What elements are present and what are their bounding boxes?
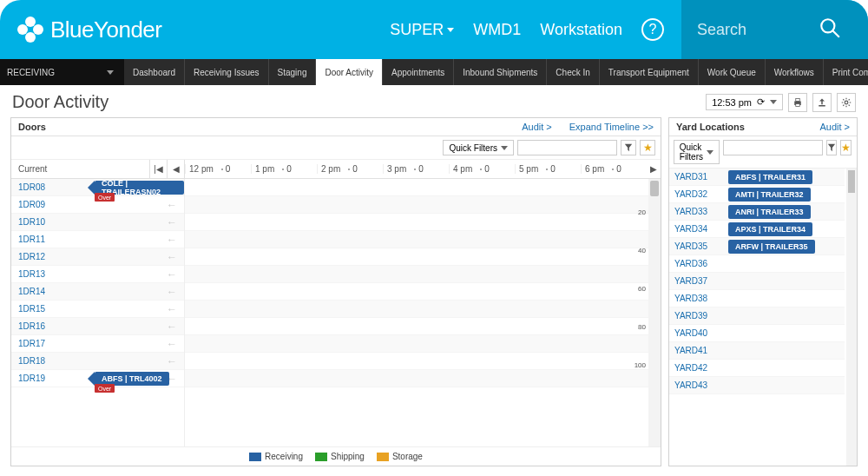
ruler-tick: 40	[638, 247, 646, 255]
tab-appointments[interactable]: Appointments	[383, 59, 454, 85]
door-row[interactable]: 1DR15←	[11, 301, 184, 318]
yard-quick-filters-button[interactable]: Quick Filters	[674, 140, 720, 164]
module-navbar: RECEIVING DashboardReceiving IssuesStagi…	[0, 59, 868, 85]
door-row[interactable]: 1DR16←	[11, 318, 184, 335]
yard-trailer-chip[interactable]: ANRI | TRAILER33	[728, 205, 811, 219]
search-icon[interactable]	[819, 17, 841, 43]
expand-timeline-link[interactable]: Expand Timeline >>	[569, 122, 654, 132]
ruler-tick: 100	[635, 361, 646, 369]
yard-location[interactable]: YARD40	[669, 328, 723, 338]
upload-button[interactable]	[812, 93, 832, 112]
doors-filter-row: Quick Filters ★	[11, 136, 661, 160]
door-row[interactable]: 1DR14←	[11, 283, 184, 301]
svg-point-7	[845, 101, 848, 104]
yard-location[interactable]: YARD39	[669, 311, 723, 321]
yard-filter-icon-button[interactable]	[826, 140, 837, 155]
ruler-tick: 60	[638, 285, 646, 293]
workstation-label[interactable]: Workstation	[540, 21, 622, 39]
yard-body: YARD31ABFS | TRAILER31YARD32AMTI | TRAIL…	[669, 169, 857, 466]
tab-inbound-shipments[interactable]: Inbound Shipments	[454, 59, 547, 85]
favorite-button[interactable]: ★	[640, 140, 655, 155]
door-row[interactable]: 1DR18←	[11, 353, 184, 370]
module-switcher[interactable]: RECEIVING	[0, 59, 124, 85]
arrow-in-icon: ←	[167, 216, 177, 228]
doors-filter-input[interactable]	[517, 140, 617, 155]
timeline-first-button[interactable]: |◀	[150, 160, 168, 178]
door-row[interactable]: 1DR11←	[11, 231, 184, 248]
yard-location[interactable]: YARD35	[669, 241, 723, 251]
yard-location[interactable]: YARD34	[669, 224, 723, 234]
timeline-prev-button[interactable]: ◀	[168, 160, 185, 178]
filter-icon-button[interactable]	[621, 140, 636, 155]
quick-filters-button[interactable]: Quick Filters	[443, 140, 514, 155]
help-icon[interactable]: ?	[641, 18, 664, 41]
top-bar: BlueYonder SUPER WMD1 Workstation ?	[0, 0, 868, 59]
yard-location[interactable]: YARD32	[669, 189, 723, 199]
yard-location[interactable]: YARD41	[669, 346, 723, 355]
tab-staging[interactable]: Staging	[269, 59, 317, 85]
timeline-chart[interactable]: 20406080100	[185, 179, 661, 446]
yard-location[interactable]: YARD37	[669, 276, 723, 286]
audit-link[interactable]: Audit >	[522, 122, 552, 132]
arrow-in-icon: ←	[167, 321, 177, 333]
doors-title: Doors	[18, 122, 46, 132]
arrow-in-icon: ←	[167, 286, 177, 298]
tab-door-activity[interactable]: Door Activity	[316, 59, 383, 85]
search-input[interactable]	[697, 21, 819, 39]
yard-row: YARD40	[669, 325, 845, 342]
chevron-down-icon	[707, 150, 713, 155]
yard-location[interactable]: YARD38	[669, 294, 723, 303]
yard-scrollbar[interactable]	[846, 169, 857, 466]
doors-panel: Doors Audit > Expand Timeline >> Quick F…	[10, 117, 661, 466]
door-row[interactable]: 1DR10←	[11, 214, 184, 231]
yard-trailer-chip[interactable]: ARFW | TRAILER35	[728, 240, 815, 254]
svg-point-0	[821, 19, 834, 32]
yard-row: YARD33ANRI | TRAILER33	[669, 203, 845, 221]
tab-check-in[interactable]: Check In	[547, 59, 599, 85]
user-menu[interactable]: SUPER	[390, 21, 454, 39]
time-slot: 5 pm0	[515, 164, 581, 174]
timeline-next-button[interactable]: ▶	[647, 164, 661, 174]
chevron-down-icon	[107, 70, 114, 75]
print-button[interactable]	[788, 93, 807, 112]
yard-filter-input[interactable]	[723, 140, 823, 155]
yard-row: YARD37	[669, 273, 845, 290]
time-slot: 3 pm0	[383, 164, 449, 174]
tab-workflows[interactable]: Workflows	[766, 59, 824, 85]
timeline: Current |◀ ◀ 12 pm01 pm02 pm03 pm04 pm05…	[11, 160, 661, 466]
tab-receiving-issues[interactable]: Receiving Issues	[185, 59, 269, 85]
refresh-icon: ⟳	[757, 96, 765, 108]
yard-row: YARD41	[669, 342, 845, 360]
yard-trailer-chip[interactable]: AMTI | TRAILER32	[728, 188, 811, 202]
legend: ReceivingShippingStorage	[11, 446, 661, 466]
yard-location[interactable]: YARD43	[669, 380, 723, 390]
tab-dashboard[interactable]: Dashboard	[124, 59, 185, 85]
door-row[interactable]: 1DR12←	[11, 248, 184, 266]
door-row[interactable]: 1DR13←	[11, 266, 184, 283]
yard-location[interactable]: YARD31	[669, 172, 723, 182]
svg-rect-4	[796, 98, 800, 101]
yard-location[interactable]: YARD36	[669, 259, 723, 268]
tab-transport-equipment[interactable]: Transport Equipment	[600, 59, 699, 85]
yard-row: YARD36	[669, 255, 845, 273]
svg-rect-5	[796, 103, 800, 106]
brand-logo: BlueYonder	[17, 17, 162, 43]
door-row[interactable]: 1DR17←	[11, 335, 184, 353]
settings-button[interactable]	[837, 93, 856, 112]
tab-work-queue[interactable]: Work Queue	[699, 59, 766, 85]
doors-panel-head: Doors Audit > Expand Timeline >>	[11, 118, 661, 136]
nav-tabs: DashboardReceiving IssuesStagingDoor Act…	[124, 59, 868, 85]
facility-label[interactable]: WMD1	[473, 21, 521, 39]
v-scrollbar[interactable]	[648, 179, 661, 446]
yard-audit-link[interactable]: Audit >	[819, 122, 850, 132]
clock-display[interactable]: 12:53 pm⟳	[706, 94, 783, 110]
yard-trailer-chip[interactable]: APXS | TRAILER34	[728, 222, 812, 236]
tab-print-compliant-labels[interactable]: Print Compliant Labels	[824, 59, 868, 85]
yard-row: YARD42	[669, 360, 845, 377]
yard-location[interactable]: YARD42	[669, 363, 723, 373]
yard-favorite-button[interactable]: ★	[840, 140, 852, 155]
yard-location[interactable]: YARD33	[669, 207, 723, 216]
yard-trailer-chip[interactable]: ABFS | TRAILER31	[728, 170, 812, 184]
page-title: Door Activity	[12, 92, 108, 112]
yard-panel: Yard Locations Audit > Quick Filters ★ Y…	[668, 117, 858, 466]
